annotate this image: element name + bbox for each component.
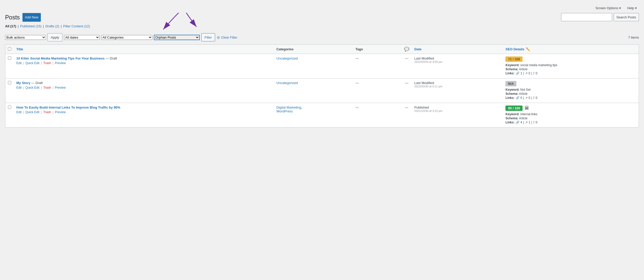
seo-cell: 95 / 100 🏛 Keyword: internal links Schem… xyxy=(503,103,639,127)
date-column-header: Date xyxy=(412,45,503,54)
affiliate-icon: ⤴ xyxy=(533,96,535,100)
orphan-posts-select[interactable]: Orphan Posts xyxy=(154,35,200,40)
post-title-link[interactable]: My Story xyxy=(16,81,30,85)
preview-link[interactable]: Preview xyxy=(55,110,66,114)
post-title-link[interactable]: 10 Killer Social Media Marketing Tips Fo… xyxy=(16,56,106,60)
comments-column-header: 💬 xyxy=(402,45,412,54)
posts-table: Title Categories Tags 💬 Date SEO Details… xyxy=(5,44,639,127)
tags-cell: — xyxy=(353,103,402,127)
table-row: How To Easily Build Internal Links To Im… xyxy=(5,103,639,127)
post-title-cell: 10 Killer Social Media Marketing Tips Fo… xyxy=(14,54,274,78)
date-label: Last Modified xyxy=(414,81,501,85)
help-button[interactable]: Help ▾ xyxy=(625,5,639,11)
seo-details-column-header: SEO Details ✏️ xyxy=(503,45,639,54)
add-new-button[interactable]: Add New xyxy=(22,13,41,22)
trash-link[interactable]: Trash xyxy=(43,61,51,65)
seo-score-badge: 71 / 100 xyxy=(505,56,523,62)
affiliate-icon: ⤴ xyxy=(533,72,535,75)
comments-cell: — xyxy=(402,103,412,127)
tags-cell: — xyxy=(353,78,402,103)
select-all-header xyxy=(5,45,14,54)
filter-button[interactable]: Filter xyxy=(201,33,215,41)
outbound-icon: ↗ xyxy=(525,96,528,100)
date-value: 2021/10/30 at 3:15 pm xyxy=(414,109,501,112)
pillar-content-icon: 🏛 xyxy=(525,106,529,111)
search-posts-button[interactable]: Search Posts xyxy=(614,13,639,21)
chevron-down-icon: ▾ xyxy=(635,6,637,10)
all-dates-select[interactable]: All dates xyxy=(64,35,100,40)
seo-cell: N/A Keyword: Not Set Schema: Article Lin… xyxy=(503,78,639,103)
table-row: 10 Killer Social Media Marketing Tips Fo… xyxy=(5,54,639,78)
edit-link[interactable]: Edit xyxy=(16,86,22,89)
categories-cell: Uncategorized xyxy=(274,54,353,78)
items-count: 7 items xyxy=(628,36,639,39)
category-link[interactable]: Uncategorized xyxy=(276,81,298,85)
date-value: 2022/03/30 at 6:11 pm xyxy=(414,85,501,88)
category-link-wordpress[interactable]: WordPress xyxy=(276,109,293,113)
affiliate-icon: ⤴ xyxy=(533,121,535,124)
all-categories-select[interactable]: All Categories xyxy=(101,35,152,40)
select-all-checkbox[interactable] xyxy=(8,47,11,51)
seo-details-block: Keyword: Not Set Schema: Article Links: … xyxy=(505,88,636,100)
seo-details-sort-link[interactable]: SEO Details xyxy=(505,47,524,51)
post-title-cell: My Story — Draft Edit | Quick Edit | Tra… xyxy=(14,78,274,103)
preview-link[interactable]: Preview xyxy=(55,86,66,89)
outbound-icon: ↗ xyxy=(525,121,528,124)
search-box: Search Posts xyxy=(561,13,639,21)
row-checkbox[interactable] xyxy=(8,56,11,60)
pillar-content-posts-link[interactable]: Pillar Content (12) xyxy=(63,24,90,28)
screen-options-button[interactable]: Screen Options ▾ xyxy=(593,5,623,11)
title-column-header: Title xyxy=(14,45,274,54)
date-cell: Published 2021/10/30 at 3:15 pm xyxy=(412,103,503,127)
trash-link[interactable]: Trash xyxy=(43,86,51,89)
comments-cell: — xyxy=(402,78,412,103)
edit-link[interactable]: Edit xyxy=(16,110,22,114)
comment-icon: 💬 xyxy=(404,47,409,51)
all-posts-link[interactable]: All (17) xyxy=(5,24,16,28)
date-cell: Last Modified 2022/03/30 at 6:11 pm xyxy=(412,78,503,103)
post-title-link[interactable]: How To Easily Build Internal Links To Im… xyxy=(16,106,120,109)
category-link[interactable]: Uncategorized xyxy=(276,56,298,60)
preview-link[interactable]: Preview xyxy=(55,61,66,65)
categories-cell: Digital Marketing, WordPress xyxy=(274,103,353,127)
table-row: My Story — Draft Edit | Quick Edit | Tra… xyxy=(5,78,639,103)
screen-options-label: Screen Options xyxy=(596,6,618,10)
post-status-badge: — Draft xyxy=(31,81,43,85)
published-posts-link[interactable]: Published (15) xyxy=(20,24,42,28)
row-checkbox-cell xyxy=(5,54,14,78)
bulk-actions-select[interactable]: Bulk actions xyxy=(5,35,46,40)
date-value: 2022/04/03 at 4:59 pm xyxy=(414,60,501,63)
post-status-badge: — Draft xyxy=(106,56,117,60)
x-circle-icon: ⊗ xyxy=(217,35,220,40)
filter-row: Bulk actions Apply All dates All Categor… xyxy=(5,33,639,41)
quick-edit-link[interactable]: Quick Edit xyxy=(26,110,40,114)
drafts-posts-link[interactable]: Drafts (2) xyxy=(45,24,59,28)
row-actions: Edit | Quick Edit | Trash | Preview xyxy=(16,110,271,114)
date-sort-link[interactable]: Date xyxy=(414,47,422,51)
row-checkbox[interactable] xyxy=(8,81,11,84)
trash-link[interactable]: Trash xyxy=(43,110,51,114)
date-label: Last Modified xyxy=(414,56,501,60)
link-icon: 🔗 xyxy=(516,72,519,75)
categories-column-header: Categories xyxy=(274,45,353,54)
comments-cell: — xyxy=(402,54,412,78)
tags-cell: — xyxy=(353,54,402,78)
search-input[interactable] xyxy=(561,13,612,21)
row-checkbox-cell xyxy=(5,103,14,127)
outbound-icon: ↗ xyxy=(525,72,528,75)
posts-table-wrapper: Title Categories Tags 💬 Date SEO Details… xyxy=(5,44,639,127)
row-checkbox[interactable] xyxy=(8,106,11,109)
title-sort-link[interactable]: Title xyxy=(16,47,23,51)
chevron-down-icon: ▾ xyxy=(619,6,621,10)
quick-edit-link[interactable]: Quick Edit xyxy=(26,61,40,65)
seo-score-badge: 95 / 100 xyxy=(505,106,523,111)
date-label: Published xyxy=(414,106,501,109)
apply-button[interactable]: Apply xyxy=(47,33,63,41)
edit-seo-icon[interactable]: ✏️ xyxy=(526,47,530,51)
clear-filter-button[interactable]: ⊗ Clear Filter xyxy=(217,35,237,40)
seo-score-badge: N/A xyxy=(505,81,516,86)
category-link-digital[interactable]: Digital Marketing xyxy=(276,106,301,109)
edit-link[interactable]: Edit xyxy=(16,61,22,65)
quick-edit-link[interactable]: Quick Edit xyxy=(26,86,40,89)
page-title: Posts xyxy=(5,14,20,21)
